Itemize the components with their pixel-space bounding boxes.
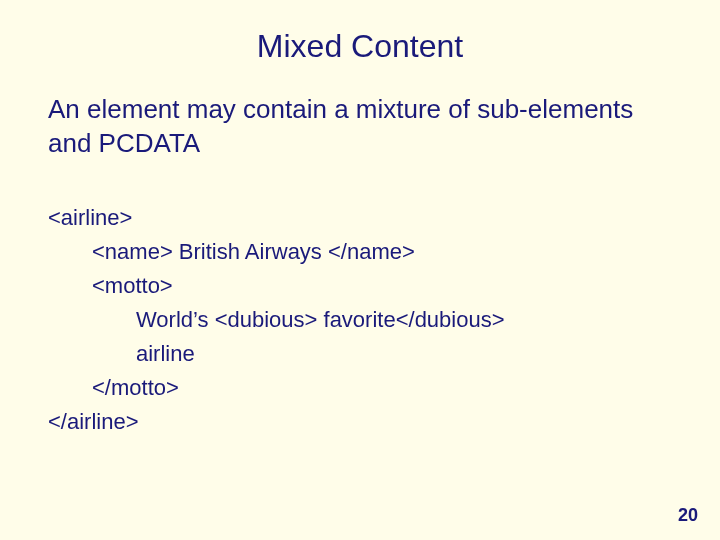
page-number: 20	[678, 505, 698, 526]
slide-title: Mixed Content	[48, 28, 672, 65]
code-line: <motto>	[48, 269, 672, 303]
slide: Mixed Content An element may contain a m…	[0, 0, 720, 540]
code-line: airline	[48, 337, 672, 371]
code-line: </motto>	[48, 371, 672, 405]
code-line: <name> British Airways </name>	[48, 235, 672, 269]
code-line: <airline>	[48, 201, 672, 235]
code-line: World’s <dubious> favorite</dubious>	[48, 303, 672, 337]
code-block: <airline> <name> British Airways </name>…	[48, 201, 672, 440]
code-line: </airline>	[48, 405, 672, 439]
slide-subtitle: An element may contain a mixture of sub-…	[48, 93, 672, 161]
